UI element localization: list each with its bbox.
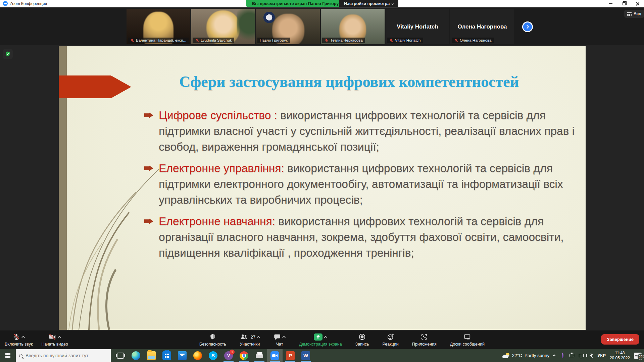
audio-options-chevron[interactable] <box>21 335 25 339</box>
task-view-button[interactable] <box>113 349 128 362</box>
security-button[interactable]: Безопасность <box>197 331 228 348</box>
record-icon <box>358 333 366 341</box>
file-explorer-icon <box>147 351 156 360</box>
minimize-button[interactable] <box>604 0 617 7</box>
clock-date: 20.05.2022 <box>610 356 630 361</box>
record-button[interactable]: Запись <box>353 331 371 348</box>
bullet-marker-icon <box>144 218 153 224</box>
firefox-icon <box>193 351 202 360</box>
slide-accent-arrow <box>59 75 131 98</box>
view-settings-button[interactable]: Настройки просмотра <box>339 0 398 7</box>
participant-name: Lyudmila Savchuk <box>201 38 232 42</box>
restore-button[interactable] <box>617 0 631 7</box>
view-layout-button[interactable]: Вид <box>624 10 644 18</box>
participant-name-label: Тетяна Черкасова <box>322 38 365 43</box>
tray-overflow-chevron[interactable] <box>552 354 556 358</box>
mail-button[interactable] <box>175 349 190 362</box>
video-tile-active-speaker[interactable]: Павло Григорук <box>256 9 320 44</box>
shield-check-icon <box>5 51 11 57</box>
snip-tray-icon[interactable] <box>569 353 575 358</box>
start-button[interactable] <box>0 349 16 362</box>
view-button-label: Вид <box>634 11 641 16</box>
powerpoint-button[interactable]: P <box>283 349 298 362</box>
unmute-label: Включить звук <box>5 342 33 347</box>
skype-button[interactable]: S <box>205 349 221 362</box>
zoom-app-icon <box>3 1 8 6</box>
skype-icon: S <box>209 351 217 360</box>
zoom-icon <box>270 351 279 360</box>
video-tile[interactable]: Валентина Парандій, експ... <box>127 9 190 44</box>
video-options-chevron[interactable] <box>58 335 61 339</box>
minimize-icon <box>609 3 612 4</box>
mic-muted-icon <box>130 38 134 42</box>
language-indicator[interactable]: УКР <box>597 353 606 358</box>
next-participants-button[interactable] <box>522 21 533 32</box>
notification-center-button[interactable]: 22 <box>634 353 641 359</box>
participant-name: Олена Нагорнова <box>460 38 491 42</box>
store-button[interactable] <box>159 349 175 362</box>
firefox-button[interactable] <box>190 349 205 362</box>
file-explorer-button[interactable] <box>144 349 159 362</box>
window-title: Zoom Конференция <box>10 1 47 6</box>
participants-video-strip: Валентина Парандій, експ... Lyudmila Sav… <box>0 7 644 45</box>
participants-button[interactable]: 27 Участники <box>238 331 262 348</box>
whiteboards-button[interactable]: Доски сообщений <box>448 331 487 348</box>
weather-widget[interactable]: 22°C Partly sunny <box>502 353 549 358</box>
unmute-button[interactable]: Включить звук <box>3 331 35 348</box>
start-video-button[interactable]: Начать видео <box>39 331 70 348</box>
volume-tray-icon[interactable] <box>588 353 593 358</box>
printer-icon <box>255 351 264 360</box>
notification-count-badge: 22 <box>637 353 644 360</box>
video-tile[interactable]: Тетяна Черкасова <box>321 9 385 44</box>
search-icon <box>19 354 22 357</box>
network-tray-icon[interactable] <box>579 353 584 358</box>
mic-muted-icon <box>389 38 393 42</box>
close-icon <box>636 2 639 6</box>
bullet-lead: Цифрове суспільство : <box>159 109 277 121</box>
chevron-right-icon <box>525 25 529 29</box>
bullet-marker-icon <box>144 165 153 171</box>
close-button[interactable] <box>631 0 644 7</box>
share-options-chevron[interactable] <box>324 335 327 339</box>
word-button[interactable]: W <box>298 349 313 362</box>
share-screen-button[interactable]: Демонстрация экрана <box>297 331 344 348</box>
background-emblem <box>263 12 275 23</box>
apps-label: Приложения <box>412 342 437 347</box>
slide-title: Сфери застосування цифрових компетентнос… <box>136 73 562 91</box>
edge-button[interactable] <box>128 349 144 362</box>
end-meeting-button[interactable]: Завершение <box>601 334 639 345</box>
viber-button[interactable]: V 1 <box>221 349 236 362</box>
video-tile-no-video[interactable]: Vitaliy Horlatch Vitaliy Horlatch <box>386 9 449 44</box>
chat-icon <box>274 333 281 341</box>
share-screen-icon <box>314 333 323 341</box>
video-tile-no-video[interactable]: Олена Нагорнова Олена Нагорнова <box>450 9 514 44</box>
whiteboards-label: Доски сообщений <box>450 342 485 347</box>
word-icon: W <box>301 351 310 360</box>
video-off-icon <box>48 333 56 341</box>
viber-icon: V 1 <box>224 351 233 360</box>
chat-options-chevron[interactable] <box>282 335 286 339</box>
chrome-button[interactable] <box>236 349 252 362</box>
chat-button[interactable]: Чат <box>271 331 288 348</box>
share-screen-label: Демонстрация экрана <box>299 342 342 347</box>
meeting-security-badge[interactable] <box>3 49 13 59</box>
start-video-label: Начать видео <box>41 342 68 347</box>
bullet-text: Електронне навчання: використання цифров… <box>159 213 578 261</box>
reactions-button[interactable]: Реакции <box>381 331 401 348</box>
zoom-taskbar-button[interactable] <box>267 349 283 362</box>
bullet-marker-icon <box>144 112 153 118</box>
printer-app-button[interactable] <box>252 349 267 362</box>
viber-notification-badge: 1 <box>230 350 235 355</box>
taskbar-search[interactable] <box>16 349 111 362</box>
participants-options-chevron[interactable] <box>257 335 260 339</box>
clock[interactable]: 11:48 20.05.2022 <box>610 351 630 361</box>
video-tile[interactable]: Lyudmila Savchuk <box>191 9 255 44</box>
pen-app-tray-icon[interactable] <box>560 353 565 358</box>
search-input[interactable] <box>26 353 99 358</box>
record-label: Запись <box>355 342 369 347</box>
apps-icon <box>420 333 428 341</box>
bullet-lead: Електронне управління: <box>159 162 284 174</box>
task-view-icon <box>117 353 124 359</box>
apps-button[interactable]: Приложения <box>410 331 439 348</box>
shared-screen-area: Сфери застосування цифрових компетентнос… <box>0 45 644 330</box>
